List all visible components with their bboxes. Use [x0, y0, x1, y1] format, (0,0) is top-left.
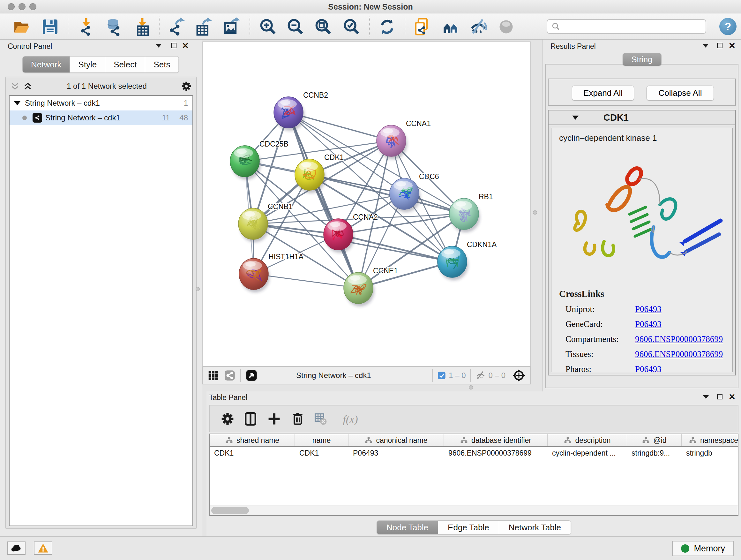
gene-entry-header[interactable]: CDK1 [549, 111, 735, 125]
network-node-CDC25B[interactable] [230, 145, 261, 180]
network-row[interactable]: String Network – cdk1 11 48 [10, 111, 192, 125]
expand-all-networks-icon[interactable] [23, 81, 32, 91]
network-options-gear-icon[interactable] [181, 81, 192, 91]
network-node-RB1[interactable] [449, 198, 480, 233]
results-panel-close-icon[interactable]: ✕ [729, 42, 736, 50]
export-table-button[interactable] [193, 17, 212, 36]
delete-column-icon[interactable] [289, 411, 306, 428]
table-header-row: shared namenamecanonical namedatabase id… [210, 434, 738, 447]
crosslink-link[interactable]: 9606.ENSP00000378699 [635, 349, 723, 359]
node-label-RB1: RB1 [479, 192, 493, 201]
table-panel-close-icon[interactable]: ✕ [729, 393, 736, 401]
crosslink-link[interactable]: P06493 [635, 364, 662, 372]
crosslink-link[interactable]: P06493 [635, 304, 662, 314]
collapse-all-networks-icon[interactable] [10, 81, 20, 91]
hscroll-thumb[interactable] [211, 507, 249, 514]
table-cell[interactable]: stringdb [682, 447, 738, 460]
column-header-canonical-name[interactable]: canonical name [348, 434, 444, 446]
import-table-button[interactable] [133, 17, 151, 36]
tab-sets[interactable]: Sets [145, 57, 179, 72]
hide-selected-button[interactable] [469, 17, 488, 36]
column-header-shared-name[interactable]: shared name [210, 434, 295, 446]
open-session-button[interactable] [12, 17, 31, 36]
network-node-CCNB2[interactable] [274, 97, 305, 131]
delete-table-icon[interactable] [313, 411, 329, 428]
show-all-button[interactable] [497, 17, 515, 36]
zoom-in-button[interactable] [259, 17, 277, 36]
search-box[interactable] [547, 19, 706, 34]
table-cell[interactable]: cyclin-dependent ... [548, 447, 627, 460]
network-node-CCNE1[interactable] [344, 272, 374, 307]
network-node-CCNA1[interactable] [377, 125, 407, 159]
zoom-out-button[interactable] [286, 17, 305, 36]
network-collection-row[interactable]: String Network – cdk1 1 [10, 96, 192, 111]
selected-checkbox[interactable] [437, 371, 446, 380]
first-neighbors-button[interactable] [441, 17, 460, 36]
crosshair-icon[interactable] [512, 368, 526, 382]
collection-expander-icon[interactable] [14, 101, 20, 105]
birdseye-icon[interactable] [245, 369, 258, 382]
right-splitter-handle[interactable] [533, 210, 537, 214]
results-panel-collapse-icon[interactable] [703, 44, 709, 48]
expand-all-button[interactable]: Expand All [572, 85, 634, 101]
network-node-HIST1H1A[interactable] [239, 258, 270, 293]
tab-network[interactable]: Network [23, 57, 70, 72]
columns-icon[interactable] [242, 411, 259, 428]
column-header-description[interactable]: description [548, 434, 627, 446]
function-builder-icon[interactable]: f(x) [336, 411, 365, 428]
column-header-namespace[interactable]: namespace [682, 434, 738, 446]
network-node-CDC6[interactable] [390, 178, 420, 212]
column-header-database-identifier[interactable]: database identifier [444, 434, 548, 446]
cloud-icon[interactable] [7, 542, 25, 555]
crosslink-link[interactable]: P06493 [635, 319, 662, 329]
new-network-from-selection-button[interactable] [413, 17, 431, 36]
add-column-icon[interactable] [266, 411, 282, 428]
grid-view-icon[interactable] [207, 369, 219, 381]
warning-icon[interactable] [34, 542, 52, 555]
tab-string[interactable]: String [623, 53, 661, 66]
left-splitter-handle[interactable] [196, 287, 200, 291]
memory-button[interactable]: Memory [672, 541, 734, 556]
bottom-splitter-handle[interactable] [469, 385, 473, 389]
table-cell[interactable]: stringdb:9... [627, 447, 682, 460]
refresh-button[interactable] [378, 17, 396, 36]
control-panel-float-icon[interactable] [171, 43, 177, 48]
export-network-button[interactable] [166, 17, 185, 36]
import-network-button[interactable] [77, 17, 95, 36]
zoom-selected-button[interactable] [342, 17, 361, 36]
network-node-CCNA2[interactable] [324, 219, 354, 253]
network-node-CDK1[interactable] [295, 159, 326, 193]
table-hscrollbar[interactable] [210, 505, 738, 515]
results-panel-float-icon[interactable] [717, 43, 723, 48]
search-input[interactable] [561, 22, 702, 31]
table-panel-collapse-icon[interactable] [703, 395, 709, 399]
control-panel-close-icon[interactable]: ✕ [182, 42, 189, 50]
table-cell[interactable]: P06493 [348, 447, 444, 460]
help-button[interactable]: ? [719, 18, 737, 35]
table-cell[interactable]: CDK1 [295, 447, 348, 460]
export-image-button[interactable] [222, 17, 240, 36]
gear-icon[interactable] [219, 411, 236, 428]
crosslink-link[interactable]: 9606.ENSP00000378699 [635, 334, 723, 344]
table-row[interactable]: CDK1CDK1P064939606.ENSP00000378699cyclin… [210, 447, 738, 460]
tab-network-table[interactable]: Network Table [499, 521, 571, 534]
zoom-fit-button[interactable] [314, 17, 333, 36]
table-cell[interactable]: 9606.ENSP00000378699 [444, 447, 548, 460]
table-cell[interactable]: CDK1 [210, 447, 295, 460]
network-edge[interactable] [338, 234, 452, 262]
collapse-all-button[interactable]: Collapse All [647, 85, 714, 101]
tab-edge-table[interactable]: Edge Table [438, 521, 499, 534]
control-panel-collapse-icon[interactable] [156, 44, 161, 48]
network-node-CDKN1A[interactable] [437, 246, 468, 280]
gene-expander-icon[interactable] [572, 116, 579, 120]
tab-style[interactable]: Style [70, 57, 105, 72]
column-header-@id[interactable]: @id [627, 434, 682, 446]
table-panel-float-icon[interactable] [717, 394, 723, 399]
tab-select[interactable]: Select [105, 57, 145, 72]
tab-node-table[interactable]: Node Table [377, 521, 438, 534]
network-canvas[interactable]: CCNB2CCNA1CDC25BCDK1CDC6RB1CCNB1CCNA2CDK… [202, 42, 531, 367]
save-session-button[interactable] [41, 17, 59, 36]
share-view-icon[interactable] [224, 369, 236, 381]
import-database-button[interactable] [104, 17, 122, 36]
column-header-name[interactable]: name [295, 434, 348, 446]
